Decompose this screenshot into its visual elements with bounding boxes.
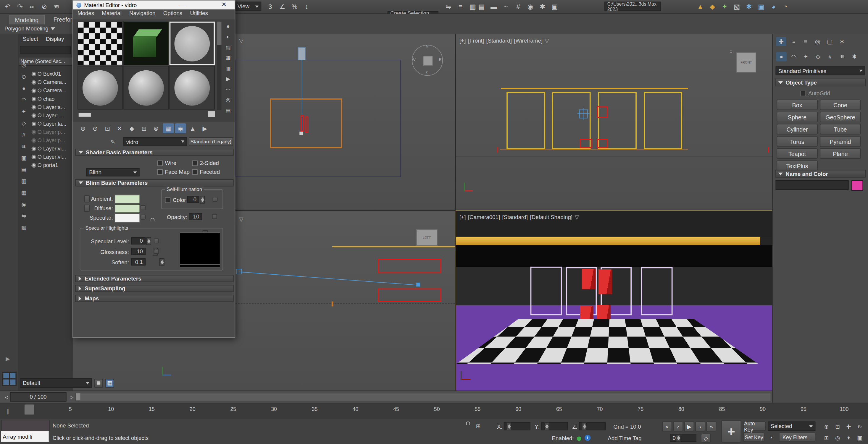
z-coordinate-field[interactable] bbox=[579, 422, 606, 431]
compass-east[interactable]: E bbox=[439, 58, 442, 62]
set-keys-big-button[interactable]: ✚ bbox=[721, 420, 741, 443]
scene-security-icon[interactable]: ▲ bbox=[695, 1, 706, 12]
viewcube-face-label[interactable]: FRONT bbox=[741, 61, 752, 64]
material-sample-slot[interactable] bbox=[123, 22, 168, 65]
material-type-button[interactable]: Standard (Legacy) bbox=[189, 137, 233, 146]
left-grid-gizmo[interactable]: LEFT bbox=[416, 230, 437, 246]
absolute-mode-toggle-icon[interactable]: ⊞ bbox=[474, 421, 483, 431]
pick-material-icon[interactable]: ✎ bbox=[108, 137, 118, 146]
primitive-button[interactable]: Cylinder bbox=[777, 124, 817, 135]
selection-gizmo[interactable] bbox=[579, 109, 588, 118]
self-illum-spinner[interactable] bbox=[200, 196, 205, 203]
viewport-camera[interactable]: [+] [Camera001] [Standard] [Default Shad… bbox=[456, 211, 772, 390]
display-cameras-icon[interactable]: ◇ bbox=[20, 119, 28, 127]
primitive-button[interactable]: Pyramid bbox=[820, 136, 861, 147]
visibility-eye-icon[interactable] bbox=[32, 105, 36, 109]
object-color-swatch[interactable] bbox=[851, 180, 863, 191]
sample-tiling-icon[interactable]: ▦ bbox=[224, 53, 232, 62]
list-item[interactable]: Layer:a... bbox=[32, 103, 72, 111]
key-filters-button[interactable]: Key Filters... bbox=[779, 433, 815, 442]
redo-icon[interactable]: ↷ bbox=[14, 1, 26, 12]
door-panel-wire[interactable] bbox=[597, 106, 608, 118]
visibility-eye-icon[interactable] bbox=[32, 163, 36, 167]
physx-icon[interactable]: ◆ bbox=[707, 1, 718, 12]
spinner-snap-icon[interactable]: ↕ bbox=[301, 1, 312, 12]
category-cameras-icon[interactable]: ◇ bbox=[813, 52, 823, 62]
auto-key-button[interactable]: Auto Key bbox=[743, 421, 766, 431]
checkbox-box[interactable] bbox=[801, 91, 806, 96]
material-sample-slot[interactable] bbox=[123, 66, 168, 110]
play-icon[interactable]: ▶ bbox=[684, 421, 694, 432]
viewcube-home-icon[interactable]: ⌂ bbox=[730, 49, 732, 54]
material-map-navigator-icon[interactable]: ▤ bbox=[224, 106, 232, 114]
primitive-button[interactable]: Tube bbox=[820, 124, 861, 135]
soften-spinner[interactable] bbox=[159, 259, 164, 266]
list-item[interactable]: Layer:p... bbox=[32, 136, 72, 144]
time-slider-track[interactable] bbox=[75, 393, 771, 402]
align-icon[interactable]: ≡ bbox=[455, 1, 466, 12]
list-item[interactable]: Box001 bbox=[32, 70, 72, 78]
viewport-standard-menu[interactable]: [Standard] bbox=[502, 214, 528, 220]
put-to-scene-icon[interactable]: ⊙ bbox=[90, 123, 101, 133]
curve-editor-icon[interactable]: ~ bbox=[501, 1, 512, 12]
self-illum-value-field[interactable]: 0 bbox=[187, 196, 199, 203]
primitive-button[interactable]: Torus bbox=[777, 136, 817, 147]
background-icon[interactable]: ▨ bbox=[224, 42, 232, 52]
visibility-eye-icon[interactable] bbox=[32, 146, 36, 151]
explorer-layout-icon[interactable]: ▦ bbox=[105, 379, 114, 387]
tab-modify-icon[interactable]: ≈ bbox=[788, 37, 799, 46]
go-to-end-icon[interactable]: » bbox=[707, 421, 716, 432]
visibility-eye-icon[interactable] bbox=[32, 88, 36, 93]
diffuse-color-swatch[interactable] bbox=[115, 204, 140, 213]
specular-map-button[interactable] bbox=[141, 215, 146, 219]
previous-frame-icon[interactable]: ‹ bbox=[673, 421, 683, 432]
go-to-parent-icon[interactable]: ▲ bbox=[187, 123, 198, 133]
door-frame-render[interactable] bbox=[530, 267, 562, 315]
specular-level-map-button[interactable] bbox=[154, 238, 159, 243]
blinn-basic-rollout[interactable]: Blinn Basic Parameters bbox=[75, 179, 234, 186]
display-helpers-icon[interactable]: # bbox=[20, 131, 28, 138]
unlink-selection-icon[interactable]: ⊘ bbox=[39, 1, 50, 12]
viewport-filter-icon[interactable]: ▽ bbox=[545, 38, 549, 44]
door-panel-render[interactable] bbox=[597, 305, 611, 329]
visibility-eye-icon[interactable] bbox=[32, 130, 36, 134]
light-handle[interactable] bbox=[237, 269, 242, 274]
specular-level-field[interactable]: 0 bbox=[131, 237, 146, 244]
tab-create-icon[interactable]: ✚ bbox=[776, 37, 786, 46]
project-path-field[interactable]: C:\Users\202...3ds Max 2023 bbox=[604, 2, 661, 11]
show-in-viewport-icon[interactable]: ▦ bbox=[163, 123, 174, 133]
display-materials-icon[interactable]: ◉ bbox=[20, 200, 28, 208]
add-time-tag[interactable]: Add Time Tag bbox=[608, 436, 642, 442]
object-type-rollout[interactable]: Object Type bbox=[775, 79, 866, 86]
next-frame-icon[interactable]: › bbox=[695, 421, 705, 432]
reset-map-icon[interactable]: ✕ bbox=[114, 123, 125, 133]
make-preview-icon[interactable]: ▶ bbox=[224, 74, 232, 83]
sample-drag-bar[interactable] bbox=[79, 113, 91, 117]
viewport-filter-icon[interactable]: ▽ bbox=[239, 216, 243, 223]
opacity-map-button[interactable] bbox=[212, 214, 217, 219]
viewcube-face[interactable] bbox=[423, 56, 433, 66]
render-setup-icon[interactable]: ✱ bbox=[537, 1, 548, 12]
primitive-button[interactable]: TextPlus bbox=[777, 161, 817, 171]
edit-named-selection-sets-icon[interactable] bbox=[331, 1, 342, 12]
tab-motion-icon[interactable]: ◎ bbox=[813, 37, 823, 46]
compass-south[interactable]: S bbox=[426, 71, 428, 75]
window-titlebar[interactable]: Material Editor - vidro — ✕ bbox=[73, 1, 235, 9]
ribbon-tab[interactable]: Modeling bbox=[9, 15, 45, 25]
door-frame-wire[interactable] bbox=[644, 92, 682, 149]
track-bar-mode-icon[interactable]: ∥ bbox=[3, 406, 12, 415]
maximize-viewport-icon[interactable]: ▣ bbox=[855, 433, 865, 443]
toggle-ribbon-icon[interactable]: ▬ bbox=[488, 1, 499, 12]
list-item[interactable]: Camera... bbox=[32, 86, 72, 95]
material-sample-slot[interactable] bbox=[78, 22, 123, 65]
zoom-region-icon[interactable]: ⊞ bbox=[822, 433, 832, 443]
undo-icon[interactable]: ↶ bbox=[2, 1, 13, 12]
list-item[interactable]: Layer:p... bbox=[32, 128, 72, 136]
render-setup-2-icon[interactable]: ✱ bbox=[743, 1, 754, 12]
get-material-icon[interactable]: ⊕ bbox=[78, 123, 89, 133]
field-of-view-icon[interactable]: ◎ bbox=[833, 433, 842, 443]
list-item[interactable]: Layer:vi... bbox=[32, 144, 72, 152]
viewport-filter-icon[interactable]: ▽ bbox=[575, 214, 579, 220]
category-systems-icon[interactable]: ✱ bbox=[849, 52, 860, 62]
shader-basic-rollout[interactable]: Shader Basic Parameters bbox=[75, 149, 234, 156]
